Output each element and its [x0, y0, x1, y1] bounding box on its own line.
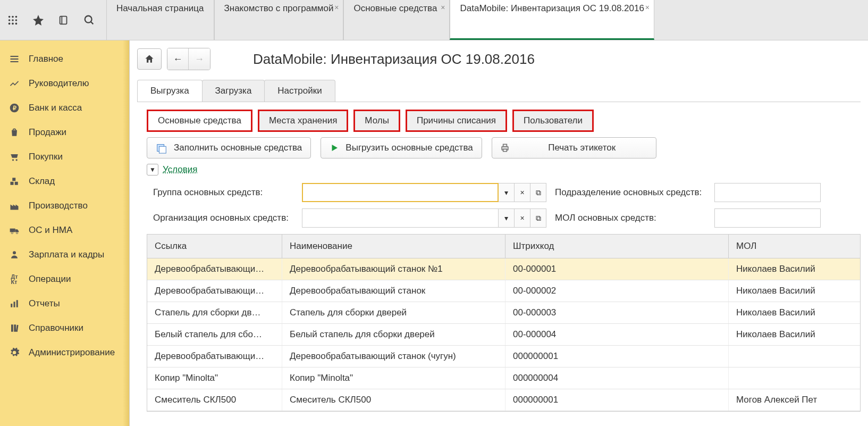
svg-rect-28	[16, 300, 18, 307]
sidebar-item[interactable]: Отчеты	[0, 291, 129, 316]
table-row[interactable]: Белый стапель для сбо…Белый стапель для …	[147, 324, 860, 346]
sub-tab[interactable]: Места хранения	[258, 110, 348, 132]
open-icon[interactable]: ⧉	[530, 208, 546, 228]
sidebar-item[interactable]: ОС и НМА	[0, 218, 129, 243]
printer-icon	[500, 143, 510, 153]
truck-icon	[9, 224, 20, 236]
action-buttons: Заполнить основные средства Выгрузить ос…	[147, 137, 861, 158]
app-tab[interactable]: Знакомство с программой×	[214, 0, 344, 40]
cell-mol: Николаев Василий	[729, 280, 860, 302]
data-table: Ссылка Наименование Штрихкод МОЛ Деревоо…	[147, 234, 861, 412]
svg-rect-27	[14, 302, 15, 307]
sidebar-item[interactable]: Зарплата и кадры	[0, 243, 129, 267]
sub-tab[interactable]: Причины списания	[406, 110, 507, 132]
cell-name: Деревообрабатывающий станок №1	[282, 258, 505, 280]
app-tab[interactable]: Начальная страница	[106, 0, 214, 40]
sidebar-item[interactable]: Производство	[0, 194, 129, 218]
upper-tab[interactable]: Загрузка	[202, 80, 265, 102]
dropdown-icon[interactable]: ▾	[499, 208, 515, 228]
col-name[interactable]: Наименование	[282, 235, 505, 258]
table-row[interactable]: Копир "Minolta"Копир "Minolta"000000004	[147, 367, 860, 389]
close-icon[interactable]: ×	[441, 3, 445, 12]
table-row[interactable]: Деревообрабатывающи…Деревообрабатывающий…	[147, 346, 860, 367]
close-icon[interactable]: ×	[645, 3, 650, 12]
sub-tab[interactable]: Основные средства	[147, 110, 252, 132]
app-tabs: Начальная страницаЗнакомство с программо…	[106, 0, 868, 40]
forward-button[interactable]: →	[189, 48, 210, 70]
app-tab[interactable]: DataMobile: Инвентаризация ОС 19.08.2016…	[450, 0, 654, 40]
table-header: Ссылка Наименование Штрихкод МОЛ	[147, 235, 860, 258]
svg-point-10	[85, 15, 92, 22]
sidebar-item[interactable]: Главное	[0, 47, 129, 71]
nav-arrows: ← →	[167, 48, 210, 70]
sidebar-item[interactable]: Продажи	[0, 120, 129, 145]
col-ref[interactable]: Ссылка	[147, 235, 282, 258]
mol-label: МОЛ основных средств:	[555, 213, 714, 223]
dropdown-icon[interactable]: ▾	[499, 183, 515, 202]
col-mol[interactable]: МОЛ	[729, 235, 860, 258]
apps-icon[interactable]	[4, 12, 21, 29]
group-input[interactable]	[302, 183, 499, 202]
sidebar-item[interactable]: ДтКтОперации	[0, 267, 129, 291]
cell-ref: Копир "Minolta"	[147, 367, 282, 389]
sidebar-label: Справочники	[29, 323, 83, 333]
conditions-toggle[interactable]: ▼	[147, 164, 158, 176]
sidebar-item[interactable]: Руководителю	[0, 71, 129, 96]
star-icon[interactable]	[30, 12, 47, 29]
fill-button[interactable]: Заполнить основные средства	[147, 137, 311, 158]
cell-name: Белый стапель для сборки дверей	[282, 324, 505, 345]
cell-barcode: 00-000004	[505, 324, 729, 345]
back-button[interactable]: ←	[167, 48, 189, 70]
clear-icon[interactable]: ×	[515, 208, 530, 228]
tab-label: DataMobile: Инвентаризация ОС 19.08.2016	[460, 3, 644, 14]
cell-name: Деревообрабатывающий станок (чугун)	[282, 346, 505, 367]
home-button[interactable]	[137, 48, 162, 70]
sidebar: ГлавноеРуководителю₽Банк и кассаПродажиП…	[0, 40, 130, 426]
svg-rect-36	[503, 149, 507, 152]
svg-rect-19	[11, 182, 14, 185]
upper-tab[interactable]: Настройки	[264, 80, 335, 102]
tab-label: Начальная страница	[116, 3, 204, 14]
sidebar-item[interactable]: Справочники	[0, 316, 129, 340]
history-icon[interactable]	[55, 12, 72, 29]
table-row[interactable]: Смеситель СКЛ500Смеситель СКЛ50000000000…	[147, 389, 860, 411]
sidebar-item[interactable]: Покупки	[0, 145, 129, 169]
sidebar-item[interactable]: Склад	[0, 169, 129, 194]
cell-mol: Николаев Василий	[729, 302, 860, 323]
app-tab[interactable]: Основные средства×	[343, 0, 450, 40]
filter-form: Группа основных средств: ▾ × ⧉ Подраздел…	[153, 183, 861, 228]
table-row[interactable]: Стапель для сборки дв…Стапель для сборки…	[147, 302, 860, 324]
table-row[interactable]: Деревообрабатывающи…Деревообрабатывающий…	[147, 280, 860, 302]
top-toolbar: Начальная страницаЗнакомство с программо…	[0, 0, 868, 40]
close-icon[interactable]: ×	[334, 3, 339, 12]
org-input[interactable]	[302, 208, 499, 228]
export-button[interactable]: Выгрузить основные средства	[321, 137, 482, 158]
svg-rect-22	[10, 229, 15, 232]
upper-tab[interactable]: Выгрузка	[137, 80, 203, 102]
sidebar-label: Руководителю	[29, 78, 89, 89]
cell-ref: Деревообрабатывающи…	[147, 258, 282, 280]
sidebar-label: Производство	[29, 201, 88, 211]
sub-tab[interactable]: Пользователи	[512, 110, 594, 132]
bag-icon	[9, 127, 20, 138]
sidebar-item[interactable]: Администрирование	[0, 340, 129, 365]
search-icon[interactable]	[81, 12, 98, 29]
icon-toolbar	[0, 0, 106, 40]
svg-rect-26	[11, 304, 12, 307]
svg-rect-30	[14, 324, 16, 332]
clear-icon[interactable]: ×	[515, 183, 530, 202]
col-barcode[interactable]: Штрихкод	[505, 235, 729, 258]
sub-tab[interactable]: Молы	[353, 110, 400, 132]
mol-input[interactable]	[714, 208, 821, 228]
cell-mol	[729, 346, 860, 367]
dept-input[interactable]	[714, 183, 821, 202]
table-row[interactable]: Деревообрабатывающи…Деревообрабатывающий…	[147, 258, 860, 280]
cell-mol: Могов Алексей Пет	[729, 389, 860, 411]
sidebar-item[interactable]: ₽Банк и касса	[0, 96, 129, 120]
sidebar-label: Банк и касса	[29, 103, 82, 113]
print-button[interactable]: Печать этикеток	[492, 137, 656, 158]
dept-label: Подразделение основных средств:	[555, 187, 714, 198]
svg-point-3	[9, 19, 11, 21]
conditions-label[interactable]: Условия	[163, 164, 197, 175]
open-icon[interactable]: ⧉	[530, 183, 546, 202]
